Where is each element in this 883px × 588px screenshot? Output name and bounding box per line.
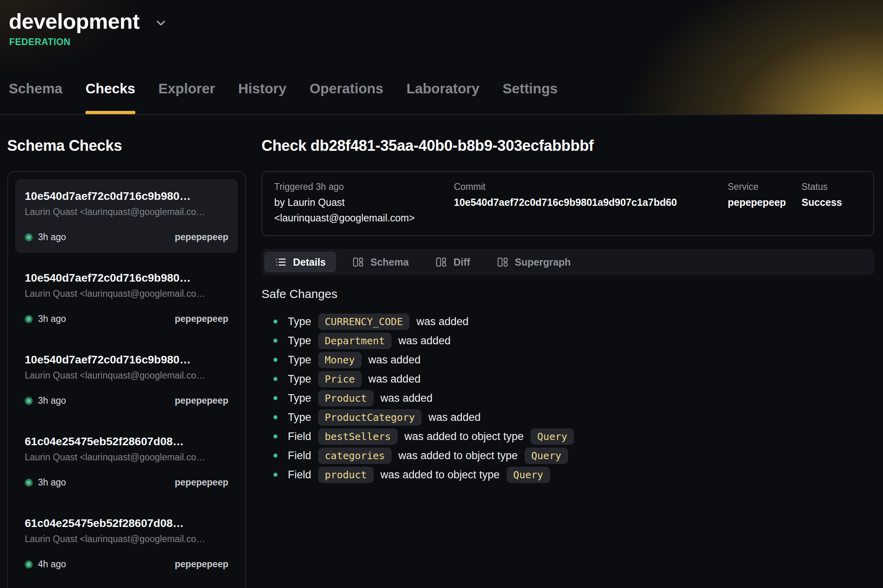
main-tab-checks[interactable]: Checks — [85, 81, 135, 114]
change-code-chip: ProductCategory — [318, 409, 422, 426]
change-target-chip: Query — [525, 448, 568, 464]
main-tab-explorer[interactable]: Explorer — [158, 81, 215, 114]
change-kind: Field — [288, 430, 311, 443]
check-list-item[interactable]: 10e540d7aef72c0d716c9b980… Laurin Quast … — [15, 261, 238, 335]
check-summary-card: Triggered 3h ago by Laurin Quast <laurin… — [261, 171, 874, 236]
change-kind: Type — [288, 373, 311, 385]
main-tab-schema[interactable]: Schema — [9, 81, 62, 114]
triggered-label: Triggered 3h ago — [274, 179, 454, 195]
columns-icon — [352, 256, 364, 268]
active-tab-underline — [85, 111, 135, 114]
check-author: Laurin Quast <laurinquast@googlemail.co… — [25, 370, 228, 381]
detail-tab-supergraph[interactable]: Supergraph — [486, 252, 581, 272]
change-row: Type Money was added — [261, 350, 874, 369]
check-time: 3h ago — [38, 395, 66, 406]
change-row: Type Department was added — [261, 331, 874, 350]
check-author: Laurin Quast <laurinquast@googlemail.co… — [25, 207, 228, 217]
change-row: Type Price was added — [261, 369, 874, 389]
change-bullet — [273, 377, 277, 381]
change-kind: Type — [288, 354, 311, 366]
check-item-footer: 3h ago pepepepeep — [25, 314, 228, 324]
check-list-item[interactable]: 10e540d7aef72c0d716c9b980… Laurin Quast … — [15, 343, 238, 416]
change-kind: Type — [288, 392, 311, 404]
change-code-chip: Money — [318, 352, 362, 368]
change-suffix: was added to object type — [380, 469, 500, 481]
change-suffix: was added to object type — [398, 450, 518, 462]
change-bullet — [273, 415, 277, 419]
schema-checks-sidebar: Schema Checks 10e540d7aef72c0d716c9b980…… — [7, 137, 246, 588]
check-item-footer: 3h ago pepepepeep — [25, 395, 228, 406]
chevron-down-icon — [154, 16, 168, 30]
main-tab-settings[interactable]: Settings — [503, 81, 558, 114]
triggered-info: Triggered 3h ago by Laurin Quast <laurin… — [274, 179, 454, 226]
change-row: Field bestSellers was added to object ty… — [261, 427, 874, 446]
check-list-item[interactable]: 61c04e25475eb52f28607d08… Laurin Quast <… — [15, 506, 238, 580]
changes-list: Type CURRENCY_CODE was added Type Depart… — [261, 312, 874, 484]
commit-label: Commit — [454, 179, 728, 195]
check-time: 3h ago — [38, 314, 66, 324]
check-time: 3h ago — [38, 232, 66, 243]
change-row: Field product was added to object type Q… — [261, 465, 874, 484]
service-info: Service pepepepeep — [728, 179, 802, 226]
main-nav: Schema Checks Explorer History Operation… — [9, 81, 558, 114]
main-tab-checks-label: Checks — [85, 81, 135, 96]
change-code-chip: Department — [318, 333, 392, 349]
change-suffix: was added — [398, 335, 451, 347]
project-switcher-button[interactable] — [154, 12, 168, 30]
triggered-author: by Laurin Quast — [274, 195, 454, 210]
change-suffix: was added — [428, 411, 481, 424]
detail-tab-diff[interactable]: Diff — [425, 252, 481, 272]
checks-list: 10e540d7aef72c0d716c9b980… Laurin Quast … — [7, 171, 246, 588]
detail-tab-label: Diff — [453, 257, 470, 268]
change-row: Type ProductCategory was added — [261, 408, 874, 427]
change-kind: Field — [288, 469, 311, 481]
main-tab-operations[interactable]: Operations — [309, 81, 383, 114]
change-bullet — [273, 434, 277, 438]
change-row: Field categories was added to object typ… — [261, 446, 874, 465]
columns-icon — [435, 256, 447, 268]
main-tab-laboratory[interactable]: Laboratory — [406, 81, 479, 114]
check-service: pepepepeep — [175, 559, 228, 570]
check-item-footer: 3h ago pepepepeep — [25, 232, 228, 243]
check-id: 10e540d7aef72c0d716c9b980… — [25, 271, 228, 284]
change-code-chip: Price — [318, 371, 362, 387]
check-time: 4h ago — [38, 559, 66, 570]
federation-badge: FEDERATION — [9, 37, 883, 47]
service-label: Service — [728, 179, 802, 195]
change-code-chip: product — [318, 467, 374, 483]
check-list-item[interactable]: 61c04e25475eb52f28607d08… Laurin Quast <… — [15, 424, 238, 498]
change-suffix: was added — [380, 392, 433, 404]
change-code-chip: categories — [318, 448, 392, 464]
detail-tab-schema[interactable]: Schema — [342, 252, 419, 272]
check-service: pepepepeep — [175, 395, 228, 406]
service-value: pepepepeep — [728, 195, 802, 210]
main-tab-history[interactable]: History — [238, 81, 287, 114]
change-kind: Field — [288, 450, 311, 462]
detail-tab-details[interactable]: Details — [264, 252, 336, 272]
list-icon — [275, 256, 287, 268]
change-code-chip: Product — [318, 390, 374, 406]
detail-tab-label: Supergraph — [515, 257, 571, 268]
change-suffix: was added — [368, 354, 421, 366]
check-detail-tabs: Details Schema Diff — [261, 249, 874, 275]
change-kind: Type — [288, 316, 311, 328]
sidebar-title: Schema Checks — [7, 137, 246, 154]
check-title: Check db28f481-35aa-40b0-b8b9-303ecfabbb… — [261, 137, 874, 154]
check-author: Laurin Quast <laurinquast@googlemail.co… — [25, 534, 228, 545]
columns-icon — [497, 256, 509, 268]
status-dot — [25, 397, 33, 405]
project-switcher: development — [0, 0, 883, 34]
check-id: 61c04e25475eb52f28607d08… — [25, 435, 228, 448]
status-dot — [25, 479, 33, 487]
check-list-item[interactable]: 10e540d7aef72c0d716c9b980… Laurin Quast … — [15, 179, 238, 253]
change-suffix: was added to object type — [404, 430, 524, 443]
change-target-chip: Query — [507, 467, 550, 483]
app-header: development FEDERATION Schema Checks Exp… — [0, 0, 883, 115]
status-dot — [25, 233, 33, 241]
commit-info: Commit 10e540d7aef72c0d716c9b9801a9d907c… — [454, 179, 728, 226]
status-label: Status — [802, 179, 861, 195]
check-service: pepepepeep — [175, 314, 228, 324]
change-bullet — [273, 396, 277, 400]
detail-tab-label: Details — [293, 257, 326, 268]
main-content: Schema Checks 10e540d7aef72c0d716c9b980…… — [0, 115, 883, 588]
